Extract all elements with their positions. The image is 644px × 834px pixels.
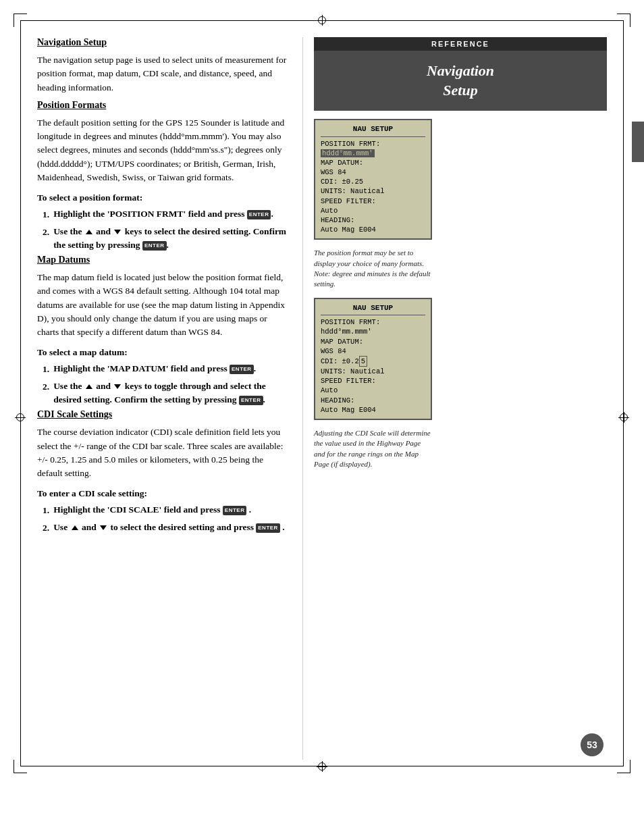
enter-key-6: ENTER	[256, 523, 280, 533]
screen1-row2: hddd°mm.mmm'	[321, 149, 425, 158]
screen2-row9: HEADING:	[321, 396, 425, 405]
map-datums-body: The map datum field is located just belo…	[37, 271, 287, 339]
position-formats-heading: Position Formats	[37, 100, 287, 111]
position-formats-body: The default position setting for the GPS…	[37, 116, 287, 184]
nav-setup-title-line1: Navigation	[427, 62, 494, 79]
crosshair-right	[618, 412, 629, 423]
arrow-up-icon-2	[86, 384, 92, 389]
screen2-row10: Auto Mag E004	[321, 405, 425, 415]
enter-key-1: ENTER	[247, 210, 271, 219]
map-step-text-1: Highlight the 'MAP DATUM' field and pres…	[53, 362, 256, 377]
map-datums-heading: Map Datums	[37, 255, 287, 265]
map-step-num-2: 2.	[43, 380, 49, 407]
nav-setup-title-box: Navigation Setup	[314, 51, 607, 111]
nav-setup-heading: Navigation Setup	[37, 37, 287, 48]
screen2-row1: POSITION FRMT:	[321, 317, 425, 327]
gps-screen-1: NAU SETUP POSITION FRMT: hddd°mm.mmm' MA…	[314, 119, 432, 240]
page-border-left	[20, 20, 21, 766]
map-datum-subheading: To select a map datum:	[37, 347, 287, 358]
left-column: Navigation Setup The navigation setup pa…	[37, 37, 294, 760]
page-number: 53	[581, 733, 603, 756]
screen1-row6: UNITS: Nautical	[321, 186, 425, 196]
cdi-step-num-2: 2.	[43, 521, 49, 536]
map-step-2: 2. Use the and keys to toggle through an…	[43, 380, 287, 407]
screen1-row3: MAP DATUM:	[321, 158, 425, 167]
cdi-scale-steps: 1. Highlight the 'CDI SCALE' field and p…	[43, 503, 287, 535]
map-step-num-1: 1.	[43, 362, 49, 377]
enter-key-5: ENTER	[223, 506, 247, 515]
screen2-row6: UNITS: Nautical	[321, 367, 425, 376]
nav-setup-section: Navigation Setup The navigation setup pa…	[37, 37, 287, 95]
arrow-down-icon-3	[100, 525, 107, 530]
arrow-down-icon-2	[114, 384, 121, 389]
crosshair-bottom	[317, 761, 327, 772]
enter-key-4: ENTER	[239, 396, 263, 405]
position-format-steps: 1. Highlight the 'POSITION FRMT' field a…	[43, 207, 287, 252]
map-datums-section: Map Datums The map datum field is locate…	[37, 255, 287, 407]
corner-br	[617, 760, 630, 773]
screen1-row7: SPEED FILTER:	[321, 197, 425, 206]
enter-key-3: ENTER	[230, 365, 254, 374]
map-step-1: 1. Highlight the 'MAP DATUM' field and p…	[43, 362, 287, 377]
step-2: 2. Use the and keys to select the desire…	[43, 225, 287, 253]
arrow-up-icon	[86, 230, 92, 234]
right-tab	[632, 122, 644, 162]
gps-screen-2: NAU SETUP POSITION FRMT: hddd°mm.mmm' MA…	[314, 298, 432, 420]
screen2-row3: MAP DATUM:	[321, 337, 425, 346]
screen1-title: NAU SETUP	[321, 124, 425, 136]
step-1: 1. Highlight the 'POSITION FRMT' field a…	[43, 207, 287, 222]
cdi-step-num-1: 1.	[43, 503, 49, 518]
main-content: Navigation Setup The navigation setup pa…	[37, 37, 607, 760]
cdi-scale-subheading: To enter a CDI scale setting:	[37, 488, 287, 499]
screen1-caption: The position format may be set to displa…	[314, 248, 432, 290]
screen1-row5: CDI: ±0.25	[321, 177, 425, 186]
screen1-row10: Auto Mag E004	[321, 225, 425, 234]
screen1-row9: HEADING:	[321, 215, 425, 225]
screen1-row1: POSITION FRMT:	[321, 139, 425, 149]
crosshair-left	[15, 412, 26, 423]
cdi-scale-body: The course deviation indicator (CDI) sca…	[37, 425, 287, 480]
nav-setup-body: The navigation setup page is used to sel…	[37, 53, 287, 95]
cdi-step-2: 2. Use and to select the desired setting…	[43, 521, 287, 536]
corner-tr	[617, 14, 630, 27]
page-border-right	[623, 20, 624, 766]
reference-banner: REFERENCE	[314, 37, 607, 51]
screen2-caption: Adjusting the CDI Scale will determine t…	[314, 428, 432, 470]
screen2-title: NAU SETUP	[321, 303, 425, 315]
step-num-1: 1.	[43, 207, 49, 222]
screen2-row5: CDI: ±0.25	[321, 356, 425, 367]
corner-tl	[14, 14, 27, 27]
cdi-step-1: 1. Highlight the 'CDI SCALE' field and p…	[43, 503, 287, 518]
screen2-cursor: 5	[359, 356, 367, 367]
screen2-row8: Auto	[321, 386, 425, 395]
arrow-up-icon-3	[72, 525, 78, 530]
nav-setup-title-line2: Setup	[443, 82, 477, 99]
step-text-2: Use the and keys to select the desired s…	[53, 225, 287, 253]
screen2-row7: SPEED FILTER:	[321, 376, 425, 386]
cdi-step-text-2: Use and to select the desired setting an…	[53, 521, 285, 536]
screen1-row4: WGS 84	[321, 167, 425, 177]
position-format-subheading: To select a position format:	[37, 192, 287, 203]
step-text-1: Highlight the 'POSITION FRMT' field and …	[53, 207, 273, 222]
right-column: REFERENCE Navigation Setup NAU SETUP POS…	[307, 37, 607, 760]
cdi-step-text-1: Highlight the 'CDI SCALE' field and pres…	[53, 503, 251, 518]
arrow-down-icon	[114, 230, 121, 234]
position-formats-section: Position Formats The default position se…	[37, 100, 287, 252]
cdi-scale-section: CDI Scale Settings The course deviation …	[37, 409, 287, 535]
cdi-scale-heading: CDI Scale Settings	[37, 409, 287, 420]
enter-key-2: ENTER	[142, 241, 167, 251]
crosshair-top	[317, 15, 327, 26]
screen1-row8: Auto	[321, 206, 425, 215]
map-step-text-2: Use the and keys to toggle through and s…	[53, 380, 287, 407]
map-datum-steps: 1. Highlight the 'MAP DATUM' field and p…	[43, 362, 287, 407]
corner-bl	[14, 760, 27, 773]
screen2-row4: WGS 84	[321, 346, 425, 356]
step-num-2: 2.	[43, 225, 49, 253]
screen2-row2: hddd°mm.mmm'	[321, 327, 425, 336]
